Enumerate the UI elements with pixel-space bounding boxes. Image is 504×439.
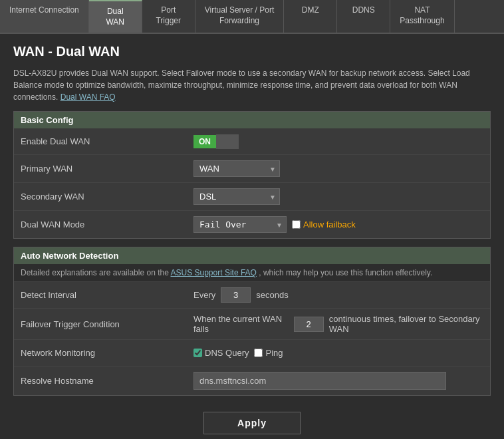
dns-query-label[interactable]: DNS Query	[193, 348, 249, 358]
failover-trigger-row: Failover Trigger Condition When the curr…	[14, 309, 490, 340]
tab-nat-passthrough[interactable]: NATPassthrough	[390, 0, 454, 33]
resolve-hostname-control	[193, 372, 483, 390]
allow-failback-checkbox[interactable]	[292, 220, 301, 229]
toggle-on-button[interactable]: ON	[193, 135, 216, 148]
dual-wan-toggle[interactable]: ON	[193, 134, 239, 149]
page-title: WAN - Dual WAN	[13, 44, 491, 59]
auto-network-body: Detect Interval Every seconds Failover T…	[14, 282, 490, 395]
network-monitoring-row: Network Monitoring DNS Query Ping	[14, 340, 490, 366]
primary-wan-label: Primary WAN	[21, 164, 193, 174]
enable-dual-wan-row: Enable Dual WAN ON	[14, 128, 490, 155]
network-monitoring-control: DNS Query Ping	[193, 348, 483, 358]
dual-wan-mode-select[interactable]: Fail Over Load Balance	[193, 216, 287, 233]
failover-trigger-control: When the current WAN fails continuous ti…	[193, 314, 483, 334]
allow-failback-label[interactable]: Allow failback	[292, 220, 356, 229]
secondary-wan-control: WAN DSL USB	[193, 188, 483, 205]
basic-config-body: Enable Dual WAN ON Primary WAN WAN DSL	[14, 128, 490, 238]
enable-dual-wan-label: Enable Dual WAN	[21, 136, 193, 146]
dns-query-checkbox[interactable]	[193, 349, 202, 357]
toggle-off-button[interactable]	[216, 134, 239, 149]
auto-network-description: Detailed explanations are available on t…	[14, 264, 490, 282]
tab-dual-wan[interactable]: DualWAN	[89, 0, 142, 33]
secondary-wan-label: Secondary WAN	[21, 192, 193, 202]
tab-port-trigger[interactable]: PortTrigger	[142, 0, 195, 33]
ping-label[interactable]: Ping	[254, 348, 283, 358]
enable-dual-wan-control: ON	[193, 134, 483, 149]
detect-interval-label: Detect Interval	[21, 290, 193, 300]
secondary-wan-select[interactable]: WAN DSL USB	[193, 188, 280, 205]
secondary-wan-row: Secondary WAN WAN DSL USB	[14, 183, 490, 211]
tab-dmz[interactable]: DMZ	[284, 0, 337, 33]
auto-network-header: Auto Network Detection	[14, 247, 490, 264]
tab-ddns[interactable]: DDNS	[337, 0, 390, 33]
ping-checkbox[interactable]	[254, 349, 263, 357]
resolve-hostname-label: Resolve Hostname	[21, 376, 193, 386]
primary-wan-select[interactable]: WAN DSL USB	[193, 160, 280, 177]
basic-config-section: Basic Config Enable Dual WAN ON Primary …	[13, 111, 491, 239]
failover-trigger-label: Failover Trigger Condition	[21, 319, 193, 329]
dual-wan-mode-row: Dual WAN Mode Fail Over Load Balance All…	[14, 211, 490, 238]
dual-wan-mode-select-wrapper: Fail Over Load Balance	[193, 216, 287, 233]
detect-interval-input[interactable]	[221, 287, 251, 303]
dual-wan-faq-link[interactable]: Dual WAN FAQ	[61, 92, 116, 102]
asus-support-link[interactable]: ASUS Support Site FAQ	[171, 268, 257, 277]
tab-virtual-server[interactable]: Virtual Server / PortForwarding	[195, 0, 284, 33]
tab-internet-connection[interactable]: Internet Connection	[0, 0, 89, 33]
detect-interval-control: Every seconds	[193, 287, 483, 303]
primary-wan-control: WAN DSL USB	[193, 160, 483, 177]
apply-area: Apply	[13, 404, 491, 439]
basic-config-header: Basic Config	[14, 112, 490, 128]
tab-bar: Internet Connection DualWAN PortTrigger …	[0, 0, 504, 34]
auto-network-section: Auto Network Detection Detailed explanat…	[13, 247, 491, 396]
failover-trigger-input[interactable]	[294, 317, 324, 332]
dual-wan-mode-label: Dual WAN Mode	[21, 220, 193, 229]
main-content: WAN - Dual WAN DSL-AX82U provides Dual W…	[0, 34, 504, 439]
primary-wan-row: Primary WAN WAN DSL USB	[14, 155, 490, 183]
resolve-hostname-row: Resolve Hostname	[14, 366, 490, 395]
detect-interval-row: Detect Interval Every seconds	[14, 282, 490, 309]
dual-wan-mode-control: Fail Over Load Balance Allow failback	[193, 216, 483, 233]
network-monitoring-label: Network Monitoring	[21, 348, 193, 358]
secondary-wan-select-wrapper: WAN DSL USB	[193, 188, 280, 205]
description: DSL-AX82U provides Dual WAN support. Sel…	[13, 67, 491, 103]
primary-wan-select-wrapper: WAN DSL USB	[193, 160, 280, 177]
resolve-hostname-input[interactable]	[193, 372, 446, 390]
apply-button[interactable]: Apply	[203, 412, 301, 434]
